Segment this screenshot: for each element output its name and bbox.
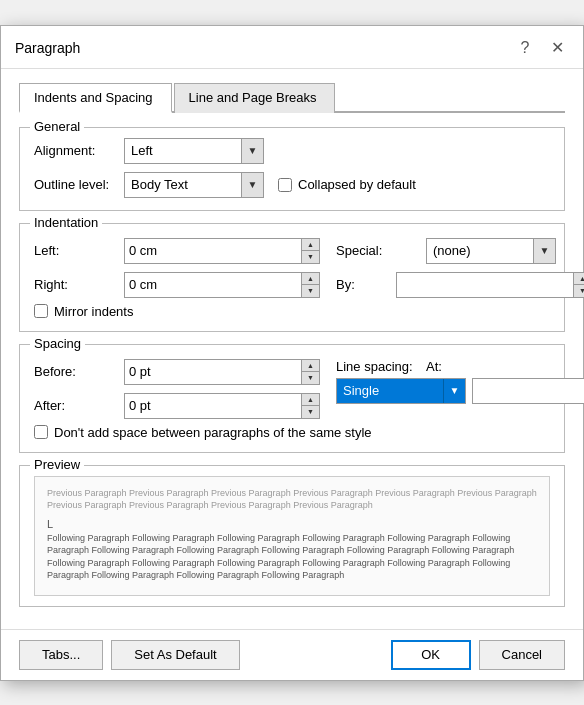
special-dropdown[interactable]: (none): [426, 238, 556, 264]
general-section-label: General: [30, 119, 84, 134]
title-bar: Paragraph ? ✕: [1, 26, 583, 69]
before-up-btn[interactable]: [302, 360, 319, 373]
by-down-btn[interactable]: [574, 285, 584, 297]
mirror-checkbox[interactable]: [34, 304, 48, 318]
preview-previous-para: Previous Paragraph Previous Paragraph Pr…: [47, 487, 537, 512]
before-spinner-btns: [301, 360, 319, 384]
indentation-section: Indentation Left:: [19, 223, 565, 332]
before-row: Before:: [34, 359, 320, 385]
dialog-body: Indents and Spacing Line and Page Breaks…: [1, 69, 583, 629]
alignment-arrow: [241, 139, 263, 163]
before-label: Before:: [34, 364, 124, 379]
line-spacing-value: Single: [337, 381, 443, 400]
right-label: Right:: [34, 277, 124, 292]
collapsed-label: Collapsed by default: [298, 177, 416, 192]
set-default-button[interactable]: Set As Default: [111, 640, 239, 670]
alignment-label: Alignment:: [34, 143, 124, 158]
left-up-btn[interactable]: [302, 239, 319, 252]
after-label: After:: [34, 398, 124, 413]
right-row: Right:: [34, 272, 320, 298]
footer-right-buttons: OK Cancel: [391, 640, 565, 670]
indentation-section-label: Indentation: [30, 215, 102, 230]
at-spinner[interactable]: [472, 378, 584, 404]
line-spacing-label: Line spacing:: [336, 359, 426, 374]
right-down-btn[interactable]: [302, 285, 319, 297]
line-spacing-row: Line spacing: At:: [336, 359, 584, 374]
preview-following-para: Following Paragraph Following Paragraph …: [47, 532, 537, 582]
dialog-footer: Tabs... Set As Default OK Cancel: [1, 629, 583, 680]
before-down-btn[interactable]: [302, 372, 319, 384]
tab-indents-spacing[interactable]: Indents and Spacing: [19, 83, 172, 113]
spacing-section-label: Spacing: [30, 336, 85, 351]
collapsed-check-row: Collapsed by default: [278, 177, 416, 192]
cancel-button[interactable]: Cancel: [479, 640, 565, 670]
by-spinner-btns: [573, 273, 584, 297]
close-button[interactable]: ✕: [545, 36, 569, 60]
indentation-right-col: Special: (none) By:: [336, 238, 584, 298]
at-input[interactable]: [473, 379, 584, 403]
before-spinner[interactable]: [124, 359, 320, 385]
before-input[interactable]: [125, 360, 301, 384]
special-arrow: [533, 239, 555, 263]
mirror-label: Mirror indents: [54, 304, 133, 319]
after-down-btn[interactable]: [302, 406, 319, 418]
right-input[interactable]: [125, 273, 301, 297]
left-label: Left:: [34, 243, 124, 258]
tab-bar: Indents and Spacing Line and Page Breaks: [19, 81, 565, 113]
dont-add-row: Don't add space between paragraphs of th…: [34, 425, 550, 440]
alignment-row: Alignment: Left: [34, 138, 550, 164]
by-spinner[interactable]: [396, 272, 584, 298]
mirror-row: Mirror indents: [34, 304, 550, 319]
dialog-title: Paragraph: [15, 40, 80, 56]
by-input[interactable]: [397, 273, 573, 297]
indentation-left-col: Left: Right:: [34, 238, 320, 298]
dont-add-checkbox[interactable]: [34, 425, 48, 439]
left-spinner[interactable]: [124, 238, 320, 264]
line-spacing-dropdown[interactable]: Single: [336, 378, 466, 404]
right-spinner[interactable]: [124, 272, 320, 298]
by-up-btn[interactable]: [574, 273, 584, 286]
dont-add-label: Don't add space between paragraphs of th…: [54, 425, 372, 440]
left-input[interactable]: [125, 239, 301, 263]
outline-arrow: [241, 173, 263, 197]
left-spinner-btns: [301, 239, 319, 263]
after-spinner-btns: [301, 394, 319, 418]
outline-value: Body Text: [125, 175, 241, 194]
spacing-content: Before: After:: [34, 355, 550, 440]
outline-label: Outline level:: [34, 177, 124, 192]
after-input[interactable]: [125, 394, 301, 418]
after-up-btn[interactable]: [302, 394, 319, 407]
after-spinner[interactable]: [124, 393, 320, 419]
preview-section-label: Preview: [30, 457, 84, 472]
special-value: (none): [427, 241, 533, 260]
preview-section: Preview Previous Paragraph Previous Para…: [19, 465, 565, 607]
alignment-value: Left: [125, 141, 241, 160]
spacing-left-col: Before: After:: [34, 359, 320, 419]
help-button[interactable]: ?: [513, 36, 537, 60]
indentation-cols: Left: Right:: [34, 238, 550, 298]
ok-button[interactable]: OK: [391, 640, 471, 670]
paragraph-dialog: Paragraph ? ✕ Indents and Spacing Line a…: [0, 25, 584, 681]
spacing-section: Spacing Before:: [19, 344, 565, 453]
preview-inner: Previous Paragraph Previous Paragraph Pr…: [34, 476, 550, 596]
outline-row: Outline level: Body Text Collapsed by de…: [34, 172, 550, 198]
line-spacing-value-row: Single: [336, 378, 584, 404]
right-up-btn[interactable]: [302, 273, 319, 286]
collapsed-checkbox[interactable]: [278, 178, 292, 192]
outline-dropdown[interactable]: Body Text: [124, 172, 264, 198]
alignment-dropdown[interactable]: Left: [124, 138, 264, 164]
after-row: After:: [34, 393, 320, 419]
at-label: At:: [426, 359, 450, 374]
by-label: By:: [336, 277, 396, 292]
footer-left-buttons: Tabs... Set As Default: [19, 640, 240, 670]
spacing-right-col: Line spacing: At: Single: [336, 359, 584, 419]
spacing-cols: Before: After:: [34, 359, 550, 419]
tab-line-breaks[interactable]: Line and Page Breaks: [174, 83, 336, 113]
line-spacing-arrow: [443, 379, 465, 403]
left-down-btn[interactable]: [302, 251, 319, 263]
preview-cursor: L: [47, 518, 537, 530]
right-spinner-btns: [301, 273, 319, 297]
special-label: Special:: [336, 243, 426, 258]
tabs-button[interactable]: Tabs...: [19, 640, 103, 670]
special-row: Special: (none): [336, 238, 584, 264]
